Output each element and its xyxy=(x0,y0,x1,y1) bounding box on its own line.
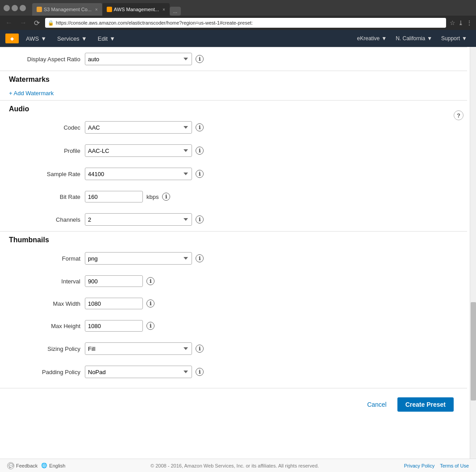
aws-tab-close[interactable]: × xyxy=(163,7,165,12)
tab-s3[interactable]: S3 Management Co... × xyxy=(32,3,102,16)
max-height-input[interactable] xyxy=(85,320,143,332)
padding-policy-info-icon[interactable]: ℹ xyxy=(196,368,204,376)
padding-policy-select[interactable]: Pad NoPad xyxy=(85,366,192,378)
display-aspect-ratio-info-icon[interactable]: ℹ xyxy=(196,55,204,63)
s3-tab-close[interactable]: × xyxy=(95,7,98,12)
profile-control: AAC-LC HE-AAC HE-AACv2 ℹ xyxy=(85,144,204,157)
bit-rate-label: Bit Rate xyxy=(9,194,80,200)
profile-info-icon[interactable]: ℹ xyxy=(196,147,204,155)
thumbnail-format-control: png jpg ℹ xyxy=(85,252,204,265)
cancel-button[interactable]: Cancel xyxy=(362,398,392,411)
interval-info-icon[interactable]: ℹ xyxy=(146,277,154,285)
nav-region-label: N. California xyxy=(396,35,425,42)
sizing-policy-control: Fit Fill Stretch Keep ShrinkToFit Shrink… xyxy=(85,342,204,355)
channels-row: Channels auto 0 1 2 ℹ xyxy=(0,208,467,231)
nav-account[interactable]: eKreative ▼ xyxy=(354,34,391,43)
aws-logo-text: ◆ xyxy=(10,36,14,41)
bit-rate-input[interactable] xyxy=(85,191,143,202)
scrollbar-thumb[interactable] xyxy=(471,302,476,400)
nav-services-chevron: ▼ xyxy=(81,35,87,42)
nav-back[interactable]: ← xyxy=(4,19,14,27)
channels-select[interactable]: auto 0 1 2 xyxy=(85,213,192,226)
watermarks-section-header: Watermarks xyxy=(0,71,467,86)
nav-services[interactable]: Services ▼ xyxy=(54,34,91,44)
thumbnail-format-info-icon[interactable]: ℹ xyxy=(196,254,204,262)
nav-refresh[interactable]: ⟳ xyxy=(32,19,42,27)
sample-rate-info-icon[interactable]: ℹ xyxy=(196,170,204,178)
sizing-policy-row: Sizing Policy Fit Fill Stretch Keep Shri… xyxy=(0,337,467,360)
terms-of-use-link[interactable]: Terms of Use xyxy=(440,463,469,468)
display-aspect-ratio-row: Display Aspect Ratio auto 1:1 4:3 16:9 3… xyxy=(0,47,467,71)
nav-support[interactable]: Support ▼ xyxy=(438,34,471,43)
codec-info-icon[interactable]: ℹ xyxy=(196,123,204,131)
nav-edit[interactable]: Edit ▼ xyxy=(94,34,119,44)
privacy-policy-link[interactable]: Privacy Policy xyxy=(404,463,434,468)
watermarks-section: + Add Watermark xyxy=(0,86,467,100)
nav-region-chevron: ▼ xyxy=(427,35,432,42)
s3-tab-icon xyxy=(37,7,42,12)
interval-label: Interval xyxy=(9,278,80,285)
nav-account-label: eKreative xyxy=(357,35,380,42)
padding-policy-label: Padding Policy xyxy=(9,369,80,375)
window-minimize[interactable] xyxy=(4,5,10,11)
audio-section-header: Audio xyxy=(0,100,467,116)
sample-rate-select[interactable]: 22050 32000 44100 48000 96000 auto xyxy=(85,168,192,180)
scrollbar[interactable] xyxy=(470,47,476,472)
feedback-label: Feedback xyxy=(16,463,38,468)
download-icon[interactable]: ⤓ xyxy=(458,19,463,26)
nav-edit-label: Edit xyxy=(98,35,108,42)
feedback-icon: 💬 xyxy=(7,462,14,469)
footer-actions: Cancel Create Preset xyxy=(0,388,467,421)
globe-icon: 🌐 xyxy=(41,463,47,468)
nav-aws[interactable]: AWS ▼ xyxy=(22,34,50,44)
max-width-input[interactable] xyxy=(85,298,143,309)
channels-info-icon[interactable]: ℹ xyxy=(196,215,204,223)
padding-policy-control: Pad NoPad ℹ xyxy=(85,366,204,378)
display-aspect-ratio-section: Display Aspect Ratio auto 1:1 4:3 16:9 3… xyxy=(0,47,467,71)
sample-rate-label: Sample Rate xyxy=(9,171,80,177)
codec-select[interactable]: AAC MP3 flac pcm vorbis xyxy=(85,121,192,134)
display-aspect-ratio-select[interactable]: auto 1:1 4:3 16:9 3:2 xyxy=(85,53,192,65)
codec-label: Codec xyxy=(9,124,80,131)
thumbnail-format-select[interactable]: png jpg xyxy=(85,252,192,265)
window-close[interactable] xyxy=(20,5,26,11)
page-footer: 💬 Feedback 🌐 English © 2008 - 2016, Amaz… xyxy=(0,459,476,472)
profile-select[interactable]: AAC-LC HE-AAC HE-AACv2 xyxy=(85,144,192,157)
sizing-policy-label: Sizing Policy xyxy=(9,346,80,352)
bit-rate-unit: kbps xyxy=(146,194,159,200)
max-height-info-icon[interactable]: ℹ xyxy=(146,322,154,330)
help-icon[interactable]: ? xyxy=(454,110,463,120)
interval-input[interactable] xyxy=(85,275,143,287)
max-height-control: ℹ xyxy=(85,320,154,332)
sizing-policy-info-icon[interactable]: ℹ xyxy=(196,345,204,353)
codec-control: AAC MP3 flac pcm vorbis ℹ xyxy=(85,121,204,134)
bookmark-icon[interactable]: ☆ xyxy=(450,19,455,26)
menu-icon[interactable]: ⋮ xyxy=(466,19,472,26)
nav-forward[interactable]: → xyxy=(18,19,29,27)
bit-rate-info-icon[interactable]: ℹ xyxy=(162,193,170,201)
main-content: Display Aspect Ratio auto 1:1 4:3 16:9 3… xyxy=(0,47,476,472)
add-watermark-link[interactable]: + Add Watermark xyxy=(9,90,54,97)
sizing-policy-select[interactable]: Fit Fill Stretch Keep ShrinkToFit Shrink… xyxy=(85,342,192,355)
footer-left: 💬 Feedback 🌐 English xyxy=(7,462,65,469)
display-aspect-ratio-control: auto 1:1 4:3 16:9 3:2 ℹ xyxy=(85,53,204,65)
address-bar[interactable]: 🔒 https://console.aws.amazon.com/elastic… xyxy=(45,18,446,28)
s3-tab-label: S3 Management Co... xyxy=(44,7,92,12)
aws-logo[interactable]: ◆ xyxy=(5,34,19,43)
profile-label: Profile xyxy=(9,148,80,154)
nav-aws-chevron: ▼ xyxy=(41,35,46,42)
padding-policy-row: Padding Policy Pad NoPad ℹ xyxy=(0,360,467,384)
feedback-section[interactable]: 💬 Feedback xyxy=(7,462,38,469)
language-section[interactable]: 🌐 English xyxy=(41,463,65,468)
max-width-label: Max Width xyxy=(9,300,80,307)
nav-support-chevron: ▼ xyxy=(462,35,467,42)
channels-label: Channels xyxy=(9,216,80,223)
tab-aws[interactable]: AWS Management... × xyxy=(102,3,170,16)
bit-rate-control: kbps ℹ xyxy=(85,191,170,202)
nav-region[interactable]: N. California ▼ xyxy=(392,34,436,43)
create-preset-button[interactable]: Create Preset xyxy=(397,397,454,412)
footer-right: Privacy Policy Terms of Use xyxy=(404,463,469,468)
window-maximize[interactable] xyxy=(12,5,18,11)
tab-more[interactable]: ... xyxy=(170,7,181,16)
max-width-info-icon[interactable]: ℹ xyxy=(146,299,154,308)
